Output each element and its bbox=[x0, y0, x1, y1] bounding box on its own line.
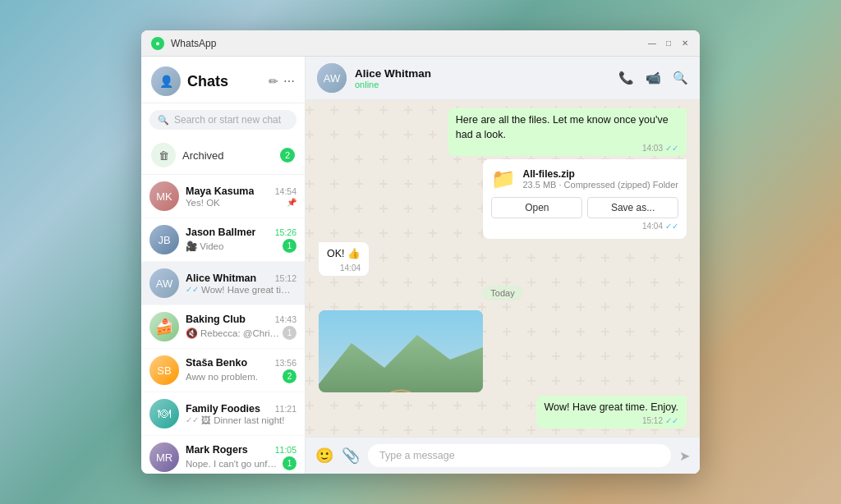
message-input[interactable] bbox=[368, 444, 671, 467]
chat-item-family[interactable]: 🍽 Family Foodies 11:21 ✓✓ 🖼 Dinner last … bbox=[141, 392, 305, 436]
chat-time-jason: 15:26 bbox=[275, 227, 296, 237]
chat-info-family: Family Foodies 11:21 ✓✓ 🖼 Dinner last ni… bbox=[186, 403, 296, 425]
app-window: ● WhatsApp — □ ✕ 👤 Chats ✏ ⋯ 🔍 🗑 bbox=[141, 30, 700, 474]
chat-header-status: online bbox=[355, 80, 610, 89]
chat-time-alice: 15:12 bbox=[275, 273, 296, 283]
chat-preview-baking: Rebecca: @Chris R? bbox=[200, 328, 280, 338]
file-details: All-files.zip 23.5 MB · Compressed (zipp… bbox=[522, 168, 678, 190]
compose-icon[interactable]: ✏ bbox=[269, 75, 278, 88]
sidebar-header-icons: ✏ ⋯ bbox=[269, 75, 295, 88]
open-file-button[interactable]: Open bbox=[491, 197, 582, 218]
unread-badge-jason: 1 bbox=[283, 239, 296, 253]
file-size: 23.5 MB · Compressed (zipped) Folder bbox=[522, 180, 678, 190]
message-m6: Wow! Have great time. Enjoy. 15:12 ✓✓ bbox=[536, 396, 687, 429]
chat-area: AW Alice Whitman online 📞 📹 🔍 Here are a… bbox=[306, 57, 700, 474]
chat-header-name: Alice Whitman bbox=[355, 67, 610, 80]
emoji-icon[interactable]: 🙂 bbox=[315, 447, 333, 465]
avatar-maya: MK bbox=[149, 181, 179, 211]
chat-preview-stasa: Aww no problem. bbox=[186, 372, 280, 382]
unread-badge-stasa: 2 bbox=[283, 369, 296, 383]
chat-header-avatar[interactable]: AW bbox=[317, 63, 347, 93]
sidebar-header: 👤 Chats ✏ ⋯ bbox=[141, 57, 305, 103]
chat-time-mark: 11:05 bbox=[275, 445, 296, 455]
chat-info-alice: Alice Whitman 15:12 ✓✓ Wow! Have great t… bbox=[186, 273, 296, 295]
archived-row[interactable]: 🗑 Archived 2 bbox=[141, 136, 305, 175]
my-avatar[interactable]: 👤 bbox=[151, 66, 181, 96]
video-call-icon[interactable]: 📹 bbox=[646, 71, 661, 85]
avatar-alice: AW bbox=[149, 268, 179, 298]
date-divider: Today bbox=[319, 286, 687, 300]
chat-time-stasa: 13:56 bbox=[275, 358, 296, 368]
chat-list: MK Maya Kasuma 14:54 Yes! OK 📌 J bbox=[141, 175, 305, 474]
search-chat-icon[interactable]: 🔍 bbox=[673, 71, 688, 85]
chat-info-maya: Maya Kasuma 14:54 Yes! OK 📌 bbox=[186, 186, 296, 208]
image-content bbox=[319, 310, 483, 392]
msg-time-m6: 15:12 bbox=[642, 416, 663, 425]
chat-item-baking[interactable]: 🍰 Baking Club 14:43 🔇 Rebecca: @Chris R?… bbox=[141, 305, 305, 349]
search-input[interactable] bbox=[174, 114, 288, 126]
chat-info-baking: Baking Club 14:43 🔇 Rebecca: @Chris R? 1 bbox=[186, 314, 296, 340]
mute-icon-baking: 🔇 bbox=[186, 328, 198, 339]
chat-item-stasa[interactable]: SB Staša Benko 13:56 Aww no problem. 2 bbox=[141, 349, 305, 392]
attach-icon[interactable]: 📎 bbox=[342, 447, 360, 465]
file-tick: ✓✓ bbox=[665, 222, 678, 231]
avatar-stasa: SB bbox=[149, 355, 179, 385]
archive-icon: 🗑 bbox=[151, 143, 176, 167]
chat-header: AW Alice Whitman online 📞 📹 🔍 bbox=[306, 57, 700, 100]
message-m2: 📁 All-files.zip 23.5 MB · Compressed (zi… bbox=[483, 159, 687, 239]
msg-tick-m6: ✓✓ bbox=[665, 416, 678, 425]
chat-info-stasa: Staša Benko 13:56 Aww no problem. 2 bbox=[186, 357, 296, 383]
title-bar: ● WhatsApp — □ ✕ bbox=[141, 30, 700, 57]
chat-time-baking: 14:43 bbox=[275, 314, 296, 324]
unread-badge-baking: 1 bbox=[283, 326, 296, 340]
avatar-jason: JB bbox=[149, 225, 179, 254]
wa-logo-icon: ● bbox=[151, 37, 164, 50]
message-m1: Here are all the files. Let me know once… bbox=[448, 108, 687, 156]
sidebar: 👤 Chats ✏ ⋯ 🔍 🗑 Archived 2 MK bbox=[141, 57, 306, 474]
chat-time-family: 11:21 bbox=[275, 404, 296, 414]
chat-name-maya: Maya Kasuma bbox=[186, 186, 254, 197]
app-title: WhatsApp bbox=[171, 38, 647, 49]
chat-preview-family: 🖼 Dinner last night! bbox=[201, 415, 296, 425]
msg-text-m1: Here are all the files. Let me know once… bbox=[456, 113, 678, 142]
sidebar-title: Chats bbox=[187, 73, 262, 90]
main-content: 👤 Chats ✏ ⋯ 🔍 🗑 Archived 2 MK bbox=[141, 57, 700, 474]
chat-time-maya: 14:54 bbox=[275, 186, 296, 196]
chat-name-stasa: Staša Benko bbox=[186, 357, 247, 369]
window-controls: — □ ✕ bbox=[647, 39, 690, 48]
chat-preview-maya: Yes! OK bbox=[186, 198, 284, 208]
chat-item-mark[interactable]: MR Mark Rogers 11:05 Nope. I can't go un… bbox=[141, 436, 305, 474]
minimize-button[interactable]: — bbox=[647, 39, 657, 48]
chat-name-jason: Jason Ballmer bbox=[186, 227, 255, 238]
unread-badge-mark: 1 bbox=[283, 456, 296, 470]
avatar-mark: MR bbox=[149, 442, 179, 472]
saveas-file-button[interactable]: Save as... bbox=[587, 197, 678, 218]
search-bar: 🔍 bbox=[149, 110, 296, 130]
more-options-icon[interactable]: ⋯ bbox=[283, 75, 295, 88]
archived-count: 2 bbox=[280, 148, 295, 163]
avatar-family: 🍽 bbox=[149, 399, 179, 428]
file-meta: 14:04 ✓✓ bbox=[491, 222, 678, 231]
alice-avatar-img: AW bbox=[317, 63, 347, 93]
chat-name-alice: Alice Whitman bbox=[186, 273, 256, 284]
tick-family: ✓✓ bbox=[186, 415, 199, 424]
voice-call-icon[interactable]: 📞 bbox=[618, 71, 634, 85]
send-icon[interactable]: ➤ bbox=[679, 448, 690, 464]
file-name: All-files.zip bbox=[522, 168, 678, 180]
chat-name-baking: Baking Club bbox=[186, 314, 246, 325]
avatar-baking: 🍰 bbox=[149, 312, 179, 341]
msg-tick-m1: ✓✓ bbox=[665, 144, 678, 153]
archived-label: Archived bbox=[182, 149, 273, 162]
close-button[interactable]: ✕ bbox=[680, 39, 690, 48]
zip-file-icon: 📁 bbox=[491, 167, 516, 190]
chat-item-jason[interactable]: JB Jason Ballmer 15:26 🎥 Video 1 bbox=[141, 218, 305, 262]
chat-item-maya[interactable]: MK Maya Kasuma 14:54 Yes! OK 📌 bbox=[141, 175, 305, 218]
chat-item-alice[interactable]: AW Alice Whitman 15:12 ✓✓ Wow! Have grea… bbox=[141, 262, 305, 305]
file-info-row: 📁 All-files.zip 23.5 MB · Compressed (zi… bbox=[491, 167, 678, 190]
chat-name-family: Family Foodies bbox=[186, 403, 260, 415]
msg-time-m3: 14:04 bbox=[340, 263, 361, 273]
msg-text-m3: OK! 👍 bbox=[327, 247, 361, 262]
maximize-button[interactable]: □ bbox=[664, 39, 673, 48]
chat-preview-mark: Nope. I can't go unfortunately. bbox=[186, 459, 280, 469]
chat-header-info: Alice Whitman online bbox=[355, 67, 610, 89]
